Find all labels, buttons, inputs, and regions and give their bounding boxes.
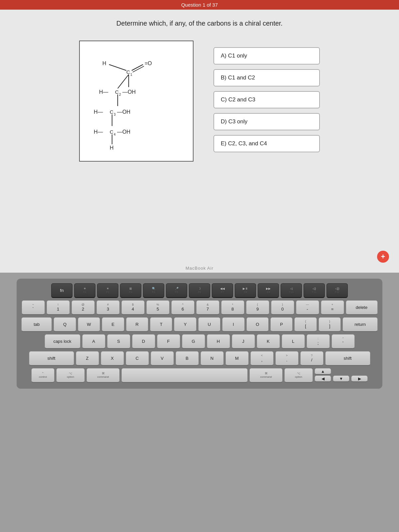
key-a[interactable]: A	[82, 334, 105, 349]
svg-text:=O: =O	[145, 61, 152, 66]
key-arrow-down[interactable]: ▼	[333, 375, 349, 382]
key-f10[interactable]: ◁ F10	[281, 283, 302, 298]
key-i[interactable]: I	[222, 317, 244, 332]
key-quote[interactable]: " '	[332, 334, 355, 349]
key-x[interactable]: X	[101, 351, 124, 366]
svg-text:H—: H—	[94, 129, 103, 135]
key-caps-lock[interactable]: caps lock	[45, 334, 80, 349]
key-right-shift[interactable]: shift	[325, 351, 370, 366]
answer-option-c[interactable]: C) C2 and C3	[213, 91, 320, 108]
chemical-structure: H C 1 =O H—	[93, 51, 180, 151]
key-1[interactable]: ! 1	[47, 300, 70, 315]
key-space[interactable]	[121, 368, 248, 383]
key-bracket-left[interactable]: { [	[294, 317, 317, 332]
key-right-option[interactable]: ⌥ option	[284, 368, 313, 383]
svg-text:H: H	[110, 145, 114, 151]
key-8[interactable]: * 8	[221, 300, 244, 315]
question-bar-text: Question 1 of 37	[181, 2, 218, 8]
key-5[interactable]: % 5	[146, 300, 170, 315]
key-t[interactable]: T	[150, 317, 172, 332]
svg-line-24	[118, 74, 129, 88]
key-f4[interactable]: 🔍 F4	[143, 283, 164, 298]
question-bar: Question 1 of 37	[0, 0, 399, 10]
asdf-key-row: caps lock A S D F G H J K L : ; " '	[21, 334, 378, 349]
key-q[interactable]: Q	[54, 317, 76, 332]
key-bracket-right[interactable]: } ]	[319, 317, 341, 332]
key-v[interactable]: V	[151, 351, 174, 366]
key-arrow-up[interactable]: ▲	[315, 368, 331, 375]
key-f2[interactable]: ☀ F2	[97, 283, 118, 298]
key-e[interactable]: E	[102, 317, 124, 332]
key-r[interactable]: R	[126, 317, 148, 332]
key-m[interactable]: M	[225, 351, 249, 366]
answer-option-d[interactable]: D) C3 only	[213, 113, 320, 130]
key-n[interactable]: N	[200, 351, 224, 366]
key-6[interactable]: ^ 6	[171, 300, 195, 315]
key-3[interactable]: # 3	[96, 300, 120, 315]
key-b[interactable]: B	[176, 351, 199, 366]
key-s[interactable]: S	[107, 334, 130, 349]
plus-button[interactable]: +	[377, 251, 389, 263]
key-f12[interactable]: ◁)) F12	[327, 283, 348, 298]
key-j[interactable]: J	[232, 334, 255, 349]
answer-option-b[interactable]: B) C1 and C2	[213, 69, 320, 86]
key-f8[interactable]: ▶⏸ F8	[235, 283, 256, 298]
keyboard: fn ☀ F1 ☀ F2 ⊞ F3 🔍 F4 🎤 F5	[17, 279, 382, 389]
key-minus[interactable]: — -	[296, 300, 319, 315]
key-delete[interactable]: delete	[346, 300, 378, 315]
answer-option-e[interactable]: E) C2, C3, and C4	[213, 135, 320, 152]
content-row: H C 1 =O H—	[20, 41, 379, 162]
svg-text:2: 2	[119, 93, 121, 96]
svg-text:4: 4	[114, 133, 116, 136]
key-k[interactable]: K	[257, 334, 280, 349]
key-f9[interactable]: ▶▶ F9	[258, 283, 279, 298]
key-w[interactable]: W	[78, 317, 100, 332]
key-left-shift[interactable]: shift	[29, 351, 74, 366]
key-z[interactable]: Z	[76, 351, 99, 366]
key-semicolon[interactable]: : ;	[307, 334, 330, 349]
key-arrow-right[interactable]: ▶	[351, 375, 368, 382]
key-d[interactable]: D	[132, 334, 155, 349]
answer-option-a[interactable]: A) C1 only	[213, 47, 320, 65]
key-c[interactable]: C	[126, 351, 149, 366]
key-o[interactable]: O	[246, 317, 269, 332]
svg-text:C: C	[110, 129, 113, 135]
key-left-option[interactable]: ⌥ option	[56, 368, 85, 383]
key-g[interactable]: G	[182, 334, 205, 349]
right-command-label: command	[260, 375, 272, 378]
key-return[interactable]: return	[342, 317, 378, 332]
left-option-label: option	[67, 375, 74, 378]
key-f[interactable]: F	[157, 334, 180, 349]
key-y[interactable]: Y	[174, 317, 196, 332]
key-backtick[interactable]: ~ `	[22, 300, 45, 315]
key-f11[interactable]: ◁) F11	[304, 283, 325, 298]
key-right-command[interactable]: ⌘ command	[249, 368, 283, 383]
key-f5[interactable]: 🎤 F5	[166, 283, 187, 298]
key-f7[interactable]: ◀◀ F7	[212, 283, 233, 298]
key-comma[interactable]: < ,	[250, 351, 274, 366]
key-f1[interactable]: ☀ F1	[74, 283, 95, 298]
key-f6[interactable]: ☽ F6	[189, 283, 210, 298]
key-u[interactable]: U	[198, 317, 220, 332]
key-0[interactable]: ) 0	[271, 300, 294, 315]
key-l[interactable]: L	[282, 334, 305, 349]
key-slash[interactable]: ? /	[300, 351, 324, 366]
key-left-ctrl[interactable]: ⌃ control	[31, 368, 55, 383]
key-fn[interactable]: fn	[51, 283, 72, 298]
key-f3[interactable]: ⊞ F3	[120, 283, 141, 298]
key-fn-label: fn	[60, 288, 64, 293]
key-h[interactable]: H	[207, 334, 230, 349]
key-tab[interactable]: tab	[21, 317, 52, 332]
svg-text:H—: H—	[94, 109, 103, 115]
key-left-command[interactable]: ⌘ command	[86, 368, 120, 383]
fn-key-row: fn ☀ F1 ☀ F2 ⊞ F3 🔍 F4 🎤 F5	[21, 283, 378, 298]
key-equals[interactable]: + =	[321, 300, 344, 315]
svg-text:C: C	[110, 109, 113, 115]
key-9[interactable]: ( 9	[246, 300, 269, 315]
key-p[interactable]: P	[270, 317, 293, 332]
key-4[interactable]: $ 4	[121, 300, 145, 315]
key-arrow-left[interactable]: ◀	[315, 375, 331, 382]
key-7[interactable]: & 7	[196, 300, 219, 315]
key-period[interactable]: > .	[275, 351, 299, 366]
key-2[interactable]: @ 2	[71, 300, 95, 315]
